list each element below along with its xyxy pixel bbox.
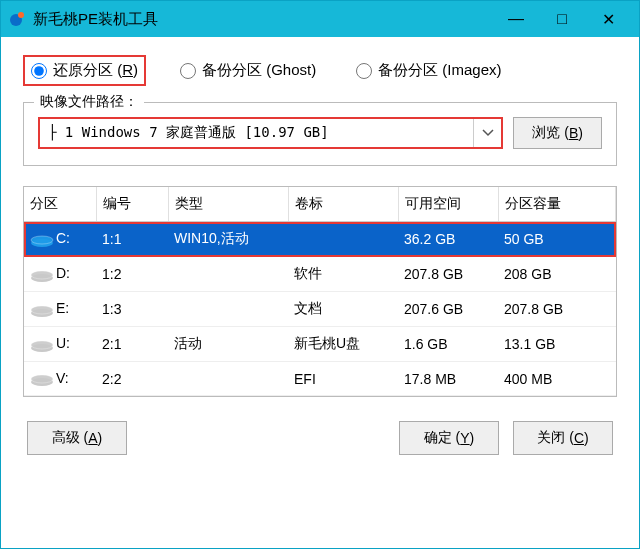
table-cell: EFI [288,362,398,396]
image-select[interactable]: ├ 1 Windows 7 家庭普通版 [10.97 GB] [38,117,503,149]
table-cell: V: [24,362,96,396]
minimize-button[interactable]: — [493,1,539,37]
table-cell: U: [24,327,96,362]
table-cell: 17.8 MB [398,362,498,396]
table-cell: 50 GB [498,222,616,257]
table-header-row: 分区编号类型卷标可用空间分区容量 [24,187,616,222]
mode-restore-option[interactable]: 还原分区 (R) [23,55,146,86]
mode-backup-imagex-label: 备份分区 (Imagex) [378,61,501,80]
image-path-legend: 映像文件路径： [34,93,144,111]
mode-backup-ghost-option[interactable]: 备份分区 (Ghost) [174,57,322,84]
mode-backup-ghost-label: 备份分区 (Ghost) [202,61,316,80]
table-cell: 文档 [288,292,398,327]
table-cell: 207.8 GB [498,292,616,327]
table-header[interactable]: 分区容量 [498,187,616,222]
table-row[interactable]: E:1:3文档207.6 GB207.8 GB [24,292,616,327]
table-cell: 207.6 GB [398,292,498,327]
table-cell: 软件 [288,257,398,292]
advanced-button[interactable]: 高级 (A) [27,421,127,455]
mode-restore-label: 还原分区 (R) [53,61,138,80]
partition-table-wrap: 分区编号类型卷标可用空间分区容量 C:1:1WIN10,活动36.2 GB50 … [23,186,617,397]
table-cell: C: [24,222,96,257]
table-cell: D: [24,257,96,292]
disk-icon [30,371,52,387]
maximize-button[interactable]: □ [539,1,585,37]
disk-icon [30,337,52,353]
mode-radio-group: 还原分区 (R) 备份分区 (Ghost) 备份分区 (Imagex) [23,55,617,86]
footer: 高级 (A) 确定 (Y) 关闭 (C) [23,421,617,455]
table-row[interactable]: D:1:2软件207.8 GB208 GB [24,257,616,292]
window-title: 新毛桃PE装机工具 [33,10,158,29]
image-path-group: 映像文件路径： ├ 1 Windows 7 家庭普通版 [10.97 GB] 浏… [23,102,617,166]
table-cell: 2:2 [96,362,168,396]
table-header[interactable]: 卷标 [288,187,398,222]
mode-backup-imagex-option[interactable]: 备份分区 (Imagex) [350,57,507,84]
close-button[interactable]: 关闭 (C) [513,421,613,455]
svg-point-1 [18,12,24,18]
ok-button[interactable]: 确定 (Y) [399,421,499,455]
table-cell: 1:2 [96,257,168,292]
table-body: C:1:1WIN10,活动36.2 GB50 GBD:1:2软件207.8 GB… [24,222,616,396]
table-cell: 1.6 GB [398,327,498,362]
table-row[interactable]: C:1:1WIN10,活动36.2 GB50 GB [24,222,616,257]
chevron-down-icon[interactable] [473,119,501,147]
table-cell: 13.1 GB [498,327,616,362]
mode-backup-imagex-radio[interactable] [356,63,372,79]
table-cell: 活动 [168,327,288,362]
table-cell: 新毛桃U盘 [288,327,398,362]
table-header[interactable]: 分区 [24,187,96,222]
table-cell [288,222,398,257]
mode-restore-radio[interactable] [31,63,47,79]
main-window: 新毛桃PE装机工具 — □ ✕ 还原分区 (R) 备份分区 (Ghost) 备份… [0,0,640,549]
table-header[interactable]: 类型 [168,187,288,222]
table-cell [168,362,288,396]
table-cell: 207.8 GB [398,257,498,292]
titlebar: 新毛桃PE装机工具 — □ ✕ [1,1,639,37]
table-cell: 36.2 GB [398,222,498,257]
table-cell: 1:1 [96,222,168,257]
table-cell [168,292,288,327]
table-header[interactable]: 可用空间 [398,187,498,222]
close-window-button[interactable]: ✕ [585,1,631,37]
table-row[interactable]: V:2:2EFI17.8 MB400 MB [24,362,616,396]
app-icon [9,10,27,28]
table-cell: 1:3 [96,292,168,327]
table-cell: 400 MB [498,362,616,396]
disk-icon [30,267,52,283]
table-header[interactable]: 编号 [96,187,168,222]
partition-table: 分区编号类型卷标可用空间分区容量 C:1:1WIN10,活动36.2 GB50 … [24,187,616,396]
image-select-value: ├ 1 Windows 7 家庭普通版 [10.97 GB] [40,124,473,142]
mode-backup-ghost-radio[interactable] [180,63,196,79]
disk-icon [30,302,52,318]
table-cell: 208 GB [498,257,616,292]
table-cell: WIN10,活动 [168,222,288,257]
browse-button[interactable]: 浏览 (B) [513,117,602,149]
table-row[interactable]: U:2:1活动新毛桃U盘1.6 GB13.1 GB [24,327,616,362]
disk-icon [30,232,52,248]
table-cell: E: [24,292,96,327]
table-cell [168,257,288,292]
table-cell: 2:1 [96,327,168,362]
